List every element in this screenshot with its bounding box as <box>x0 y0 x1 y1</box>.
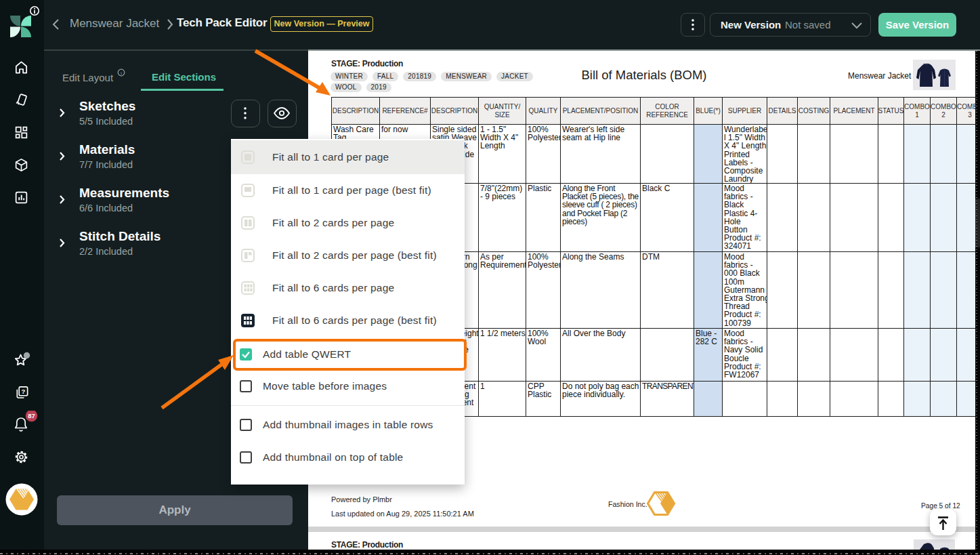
svg-text:?: ? <box>21 388 25 395</box>
svg-text:87: 87 <box>28 412 35 419</box>
svg-text:i: i <box>121 70 122 76</box>
